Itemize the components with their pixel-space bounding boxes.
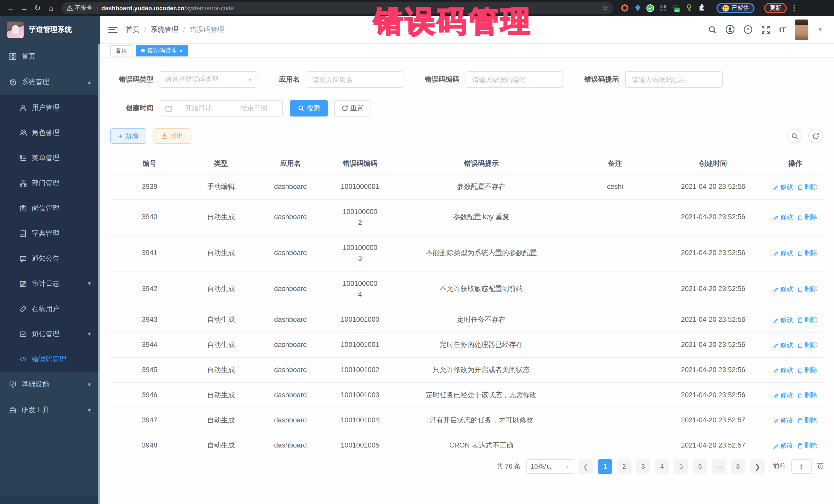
browser-reload-button[interactable]: ↻ (31, 1, 44, 15)
sidebar-item-2[interactable]: 用户管理 (0, 95, 100, 120)
next-page-button[interactable]: ❯ (750, 459, 765, 474)
edit-link[interactable]: 修改 (773, 365, 793, 375)
bookmark-star-icon[interactable]: ☆ (602, 4, 608, 12)
table-row[interactable]: 3940自动生成dashboard1001000002参数配置 key 重复20… (110, 200, 824, 236)
delete-link[interactable]: 删除 (798, 340, 817, 350)
page-button-8[interactable]: 8 (731, 459, 745, 474)
sidebar-item-10[interactable]: 在线用户 (0, 296, 100, 321)
close-icon[interactable]: × (179, 47, 183, 53)
goto-page-input[interactable] (791, 459, 812, 474)
edit-link[interactable]: 修改 (773, 340, 793, 350)
tab-inactive[interactable]: 首页 (110, 45, 132, 56)
browser-menu-icon[interactable] (793, 5, 795, 11)
sidebar-item-7[interactable]: 字典管理 (0, 221, 100, 246)
browser-back-button[interactable]: ← (4, 1, 18, 15)
table-row[interactable]: 3942自动生成dashboard1001000004不允许获取敏感配置到前端2… (110, 271, 824, 307)
error-type-select[interactable]: 请选择错误码类型 ▾ (160, 71, 257, 88)
toggle-search-icon[interactable] (787, 129, 802, 143)
breadcrumb-home[interactable]: 首页 (126, 25, 139, 34)
tab-active[interactable]: 错误码管理× (136, 45, 188, 56)
url-bar[interactable]: 不安全 dashboard.yudao.iocoder.cn/system/er… (62, 2, 613, 14)
sidebar-item-4[interactable]: 菜单管理 (0, 145, 100, 170)
error-code-input[interactable] (471, 75, 557, 84)
edit-link[interactable]: 修改 (773, 441, 793, 451)
page-button-3[interactable]: 3 (636, 459, 650, 474)
chevron-down-icon[interactable]: ▼ (817, 27, 823, 32)
search-icon[interactable] (708, 25, 717, 34)
sidebar-item-3[interactable]: 角色管理 (0, 120, 100, 145)
sidebar-item-12[interactable]: 错误码管理 (0, 346, 100, 372)
page-button-2[interactable]: 2 (617, 459, 631, 474)
extension-gem-grid-icon[interactable] (659, 4, 667, 12)
font-size-icon[interactable]: tT (779, 25, 786, 34)
error-hint-input[interactable] (631, 75, 717, 84)
table-row[interactable]: 3947自动生成dashboard1001001004只有开启状态的任务，才可以… (110, 408, 824, 433)
edit-link[interactable]: 修改 (773, 390, 793, 400)
table-row[interactable]: 3945自动生成dashboard1001001002只允许修改为开启或者关闭状… (110, 358, 824, 383)
sidebar-scrollbar[interactable] (98, 44, 100, 504)
refresh-table-icon[interactable] (808, 129, 823, 143)
help-icon[interactable]: ? (744, 25, 752, 34)
sidebar-item-6[interactable]: 岗位管理 (0, 196, 100, 221)
profile-paused-badge[interactable]: 已暂停 (717, 3, 754, 13)
sidebar-item-13[interactable]: 基础设施▼ (0, 372, 100, 397)
sidebar-item-8[interactable]: 通知公告 (0, 246, 100, 271)
not-secure-warning[interactable]: 不安全 (67, 4, 93, 12)
sidebar-item-5[interactable]: 部门管理 (0, 170, 100, 196)
browser-forward-button[interactable]: → (18, 1, 31, 15)
extension-on-badge-icon[interactable]: on (672, 4, 680, 12)
delete-link[interactable]: 删除 (798, 284, 817, 294)
prev-page-button[interactable]: ❮ (578, 459, 593, 474)
app-name-input[interactable] (311, 75, 398, 84)
edit-link[interactable]: 修改 (773, 415, 793, 425)
extension-green-circle-icon[interactable] (646, 4, 654, 12)
delete-link[interactable]: 删除 (798, 390, 817, 400)
extensions-puzzle-icon[interactable] (698, 4, 706, 12)
sidebar-item-14[interactable]: 研发工具▼ (0, 397, 100, 423)
table-row[interactable]: 3943自动生成dashboard1001001000定时任务不存在2021-0… (110, 307, 824, 333)
page-button-5[interactable]: 5 (674, 459, 688, 474)
delete-link[interactable]: 删除 (798, 365, 817, 375)
browser-update-button[interactable]: 更新 (764, 3, 787, 13)
date-range-picker[interactable]: 开始日期 - 结束日期 (160, 100, 283, 116)
table-row[interactable]: 3941自动生成dashboard1001000003不能删除类型为系统内置的参… (110, 236, 824, 271)
end-date-placeholder[interactable]: 结束日期 (230, 104, 277, 113)
edit-link[interactable]: 修改 (773, 248, 793, 258)
fullscreen-icon[interactable] (762, 25, 770, 34)
extension-orange-icon[interactable] (620, 4, 629, 12)
delete-link[interactable]: 删除 (798, 315, 817, 325)
sidebar-item-9[interactable]: 审计日志▼ (0, 271, 100, 296)
page-button-6[interactable]: 6 (693, 459, 707, 474)
page-button-4[interactable]: 4 (655, 459, 669, 474)
sidebar-item-11[interactable]: 短信管理▼ (0, 321, 100, 346)
sidebar-item-0[interactable]: 首页 (0, 44, 100, 69)
reset-button[interactable]: 重置 (334, 100, 371, 116)
sidebar-collapse-bar[interactable] (0, 496, 98, 504)
delete-link[interactable]: 删除 (798, 415, 817, 425)
edit-link[interactable]: 修改 (773, 213, 793, 222)
edit-link[interactable]: 修改 (773, 315, 793, 325)
sidebar-toggle-icon[interactable] (108, 26, 117, 32)
table-row[interactable]: 3948自动生成dashboard1001001005CRON 表达式不正确20… (110, 433, 824, 458)
page-button-1[interactable]: 1 (598, 459, 612, 474)
page-ellipsis[interactable]: ⋯ (712, 459, 726, 474)
avatar[interactable] (795, 19, 808, 40)
page-size-select[interactable]: 10条/页 ▾ (526, 459, 573, 474)
breadcrumb-system[interactable]: 系统管理 (151, 25, 179, 34)
table-row[interactable]: 3939手动编辑dashboard1001000001参数配置不存在ceshi2… (110, 175, 824, 200)
table-row[interactable]: 3946自动生成dashboard1001001003定时任务已经处于该状态，无… (110, 383, 824, 408)
search-button[interactable]: 搜索 (290, 100, 328, 116)
extension-blue-pin-icon[interactable] (633, 4, 641, 12)
start-date-placeholder[interactable]: 开始日期 (175, 104, 222, 113)
sidebar-logo[interactable]: 芋道管理系统 (0, 16, 100, 44)
add-button[interactable]: + 新增 (110, 128, 146, 144)
edit-link[interactable]: 修改 (773, 182, 793, 192)
export-button[interactable]: 导出 (153, 128, 192, 144)
edit-link[interactable]: 修改 (773, 284, 793, 294)
delete-link[interactable]: 删除 (798, 248, 817, 258)
browser-home-button[interactable]: ⌂ (44, 1, 58, 15)
extension-green-key-icon[interactable] (685, 4, 693, 12)
sidebar-item-1[interactable]: 系统管理▲ (0, 69, 100, 95)
table-row[interactable]: 3944自动生成dashboard1001001001定时任务的处理器已经存在2… (110, 333, 824, 358)
delete-link[interactable]: 删除 (798, 213, 817, 222)
